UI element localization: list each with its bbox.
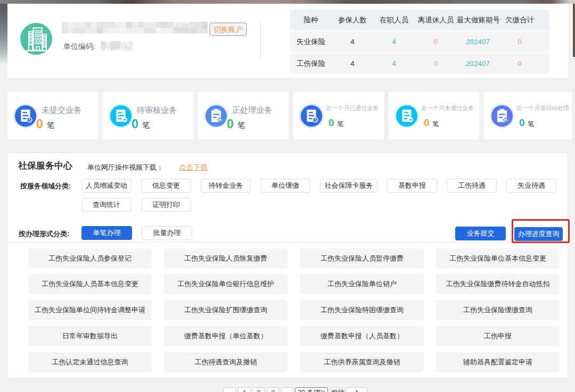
svg-text:有限: 有限 <box>174 23 190 32</box>
svg-text:301563: 301563 <box>102 41 127 50</box>
svg-text:司: 司 <box>202 24 208 32</box>
